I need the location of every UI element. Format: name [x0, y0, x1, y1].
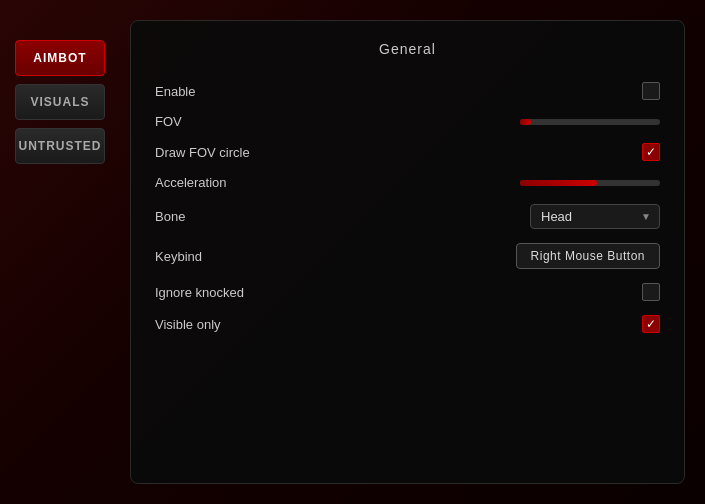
- control-enable: [510, 82, 660, 100]
- label-keybind: Keybind: [155, 249, 510, 264]
- section-title: General: [155, 41, 660, 57]
- label-ignore-knocked: Ignore knocked: [155, 285, 510, 300]
- row-bone: Bone Head ▼: [155, 197, 660, 236]
- checkbox-ignore-knocked[interactable]: [642, 283, 660, 301]
- label-fov: FOV: [155, 114, 510, 129]
- checkbox-draw-fov-circle[interactable]: ✓: [642, 143, 660, 161]
- keybind-button[interactable]: Right Mouse Button: [516, 243, 660, 269]
- row-keybind: Keybind Right Mouse Button: [155, 236, 660, 276]
- control-bone: Head ▼: [510, 204, 660, 229]
- control-fov: [510, 119, 660, 125]
- label-enable: Enable: [155, 84, 510, 99]
- dropdown-bone[interactable]: Head ▼: [530, 204, 660, 229]
- row-draw-fov-circle: Draw FOV circle ✓: [155, 136, 660, 168]
- label-acceleration: Acceleration: [155, 175, 510, 190]
- checkbox-enable[interactable]: [642, 82, 660, 100]
- sidebar-item-untrusted[interactable]: UNTRUSTED: [15, 128, 105, 164]
- control-ignore-knocked: [510, 283, 660, 301]
- control-draw-fov-circle: ✓: [510, 143, 660, 161]
- slider-acceleration-fill: [520, 180, 597, 186]
- main-container: AIMBOT VISUALS UNTRUSTED General Enable …: [0, 0, 705, 504]
- slider-acceleration[interactable]: [520, 180, 660, 186]
- row-visible-only: Visible only ✓: [155, 308, 660, 340]
- row-enable: Enable: [155, 75, 660, 107]
- control-acceleration: [510, 180, 660, 186]
- slider-fov[interactable]: [520, 119, 660, 125]
- slider-fov-fill: [520, 119, 531, 125]
- sidebar: AIMBOT VISUALS UNTRUSTED: [0, 0, 120, 504]
- label-bone: Bone: [155, 209, 510, 224]
- chevron-down-icon: ▼: [641, 211, 651, 222]
- checkmark-draw-fov-circle: ✓: [646, 146, 656, 158]
- row-acceleration: Acceleration: [155, 168, 660, 197]
- content-panel: General Enable FOV Draw FOV circle: [130, 20, 685, 484]
- control-visible-only: ✓: [510, 315, 660, 333]
- checkbox-visible-only[interactable]: ✓: [642, 315, 660, 333]
- label-draw-fov-circle: Draw FOV circle: [155, 145, 510, 160]
- row-fov: FOV: [155, 107, 660, 136]
- dropdown-bone-value: Head: [541, 209, 572, 224]
- row-ignore-knocked: Ignore knocked: [155, 276, 660, 308]
- sidebar-item-aimbot[interactable]: AIMBOT: [15, 40, 105, 76]
- sidebar-item-visuals[interactable]: VISUALS: [15, 84, 105, 120]
- control-keybind: Right Mouse Button: [510, 243, 660, 269]
- label-visible-only: Visible only: [155, 317, 510, 332]
- checkmark-visible-only: ✓: [646, 318, 656, 330]
